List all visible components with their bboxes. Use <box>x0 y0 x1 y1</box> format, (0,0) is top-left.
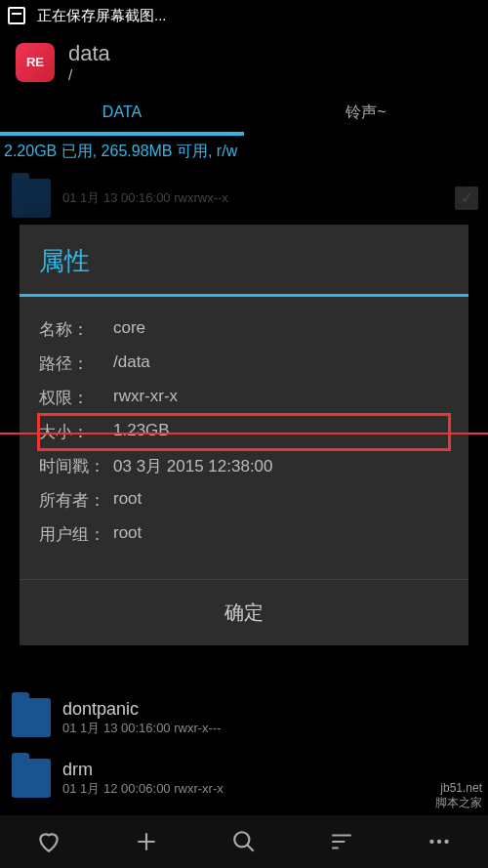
header-path: / <box>68 66 110 83</box>
annotation-line <box>0 433 488 434</box>
tab-ringtone[interactable]: 铃声~ <box>244 93 488 136</box>
svg-point-1 <box>430 841 432 843</box>
value-perm: rwxr-xr-x <box>113 387 178 409</box>
value-name: core <box>113 318 145 341</box>
status-bar: 正在保存屏幕截图... <box>0 0 488 31</box>
app-header: RE data / <box>0 31 488 93</box>
label-perm: 权限： <box>39 387 113 409</box>
watermark: jb51.net 脚本之家 <box>435 781 482 811</box>
list-item[interactable]: 01 1月 13 00:16:00 rwxrwx--x <box>0 168 488 228</box>
item-name: drm <box>62 760 224 780</box>
app-icon: RE <box>16 43 55 82</box>
svg-point-2 <box>438 841 440 843</box>
folder-icon <box>12 759 51 798</box>
header-title: data <box>68 41 110 66</box>
label-owner: 所有者： <box>39 489 113 512</box>
menu-icon[interactable] <box>424 826 455 857</box>
label-name: 名称： <box>39 318 113 341</box>
sort-icon[interactable] <box>326 826 357 857</box>
bottom-toolbar <box>0 815 488 868</box>
label-group: 用户组： <box>39 523 113 546</box>
label-path: 路径： <box>39 352 113 375</box>
item-meta: 01 1月 13 00:16:00 rwxrwx--x <box>62 189 228 207</box>
add-icon[interactable] <box>131 826 162 857</box>
folder-icon <box>12 179 51 218</box>
properties-dialog: 属性 名称：core 路径：/data 权限：rwxr-xr-x 大小：1.23… <box>20 225 468 645</box>
ok-button[interactable]: 确定 <box>20 579 468 645</box>
label-time: 时间戳： <box>39 455 113 477</box>
image-icon <box>8 7 25 24</box>
item-name: dontpanic <box>62 699 222 720</box>
value-time: 03 3月 2015 12:38:00 <box>113 455 273 477</box>
dialog-title: 属性 <box>20 225 468 297</box>
value-group: root <box>113 523 142 546</box>
list-item[interactable]: dontpanic 01 1月 13 00:16:00 rwxr-x--- <box>0 687 488 748</box>
tabs: DATA 铃声~ <box>0 93 488 136</box>
favorite-icon[interactable] <box>33 826 64 857</box>
list-item[interactable]: drm 01 1月 12 00:06:00 rwxr-xr-x <box>0 748 488 808</box>
item-meta: 01 1月 12 00:06:00 rwxr-xr-x <box>62 780 224 798</box>
status-text: 正在保存屏幕截图... <box>37 7 167 25</box>
tab-data[interactable]: DATA <box>0 93 244 136</box>
svg-point-3 <box>446 841 448 843</box>
item-meta: 01 1月 13 00:16:00 rwxr-x--- <box>62 720 222 737</box>
search-icon[interactable] <box>228 826 260 857</box>
svg-point-0 <box>234 832 249 847</box>
value-owner: root <box>113 489 142 512</box>
value-path: /data <box>113 352 150 375</box>
folder-icon <box>12 698 51 737</box>
checkbox[interactable] <box>455 186 478 210</box>
storage-info: 2.20GB 已用, 265.98MB 可用, r/w <box>0 136 488 168</box>
